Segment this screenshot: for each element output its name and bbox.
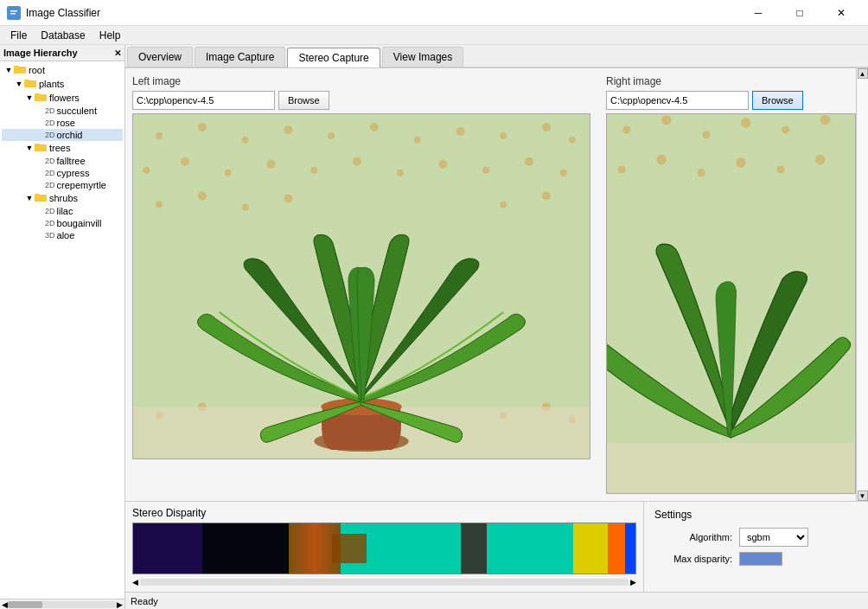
tab-image-capture[interactable]: Image Capture [195,47,285,67]
sidebar-hscroll[interactable]: ◀ ▶ [0,599,124,609]
svg-point-18 [328,132,335,139]
svg-point-31 [397,170,404,176]
hscroll-track[interactable] [8,601,117,608]
folder-icon-plants [24,78,36,90]
right-image-panel: Right image Browse [606,75,856,494]
tree-item-falltree[interactable]: ▶ 2D falltree [2,155,123,167]
label-aloe: aloe [57,230,75,240]
tab-stereo-capture[interactable]: Stereo Capture [287,48,380,67]
bottom-section: Stereo Disparity [125,501,868,592]
algorithm-select[interactable]: bm sgbm hh [739,528,808,547]
disp-scroll-left[interactable]: ◀ [132,578,138,587]
tree-item-flowers[interactable]: ▼ flowers [2,91,123,105]
right-browse-button[interactable]: Browse [752,91,803,110]
menu-help[interactable]: Help [93,28,128,43]
tree-item-orchid[interactable]: ▶ 2D orchid [2,129,123,141]
main-container: Image Hierarchy ✕ ▼ root ▼ plants [0,45,868,609]
expand-root[interactable]: ▼ [3,65,14,75]
expand-plants[interactable]: ▼ [14,79,24,89]
svg-point-55 [782,126,789,134]
badge-falltree: 2D [45,157,55,165]
scroll-down-arrow[interactable]: ▼ [858,490,868,501]
tree-item-rose[interactable]: ▶ 2D rose [2,117,123,129]
tree-item-cypress[interactable]: ▶ 2D cypress [2,167,123,179]
svg-rect-10 [35,144,40,146]
disp-seg-5 [625,523,635,574]
sidebar-header: Image Hierarchy ✕ [0,45,124,61]
tree-item-lilac[interactable]: ▶ 2D lilac [2,205,123,217]
tab-overview[interactable]: Overview [127,47,193,67]
left-path-input[interactable] [132,91,275,110]
sidebar-collapse-icon[interactable]: ✕ [114,48,121,58]
badge-bougainvill: 2D [45,219,55,228]
disp-seg-0 [133,523,202,574]
app-icon [7,6,21,20]
right-image-container [606,113,856,494]
svg-point-39 [284,195,292,203]
tree-item-plants[interactable]: ▼ plants [2,77,123,91]
svg-point-21 [456,127,464,136]
tab-view-images[interactable]: View Images [382,47,463,67]
svg-point-60 [736,157,745,167]
tree-item-aloe[interactable]: ▶ 3D aloe [2,229,123,241]
svg-rect-63 [607,443,855,493]
label-succulent: succulent [57,106,97,116]
right-image-label: Right image [606,75,856,87]
disp-seg-4 [608,523,625,574]
expand-flowers[interactable]: ▼ [24,93,35,103]
label-orchid: orchid [57,130,83,140]
label-flowers: flowers [49,93,80,103]
right-scrollbar[interactable]: ▲ ▼ [856,68,868,501]
svg-point-59 [697,169,705,176]
svg-point-26 [181,157,189,166]
right-path-input[interactable] [606,91,749,110]
menu-file[interactable]: File [3,28,34,43]
algorithm-label: Algorithm: [654,532,732,542]
expand-trees[interactable]: ▼ [24,143,35,153]
hscroll-right-arrow[interactable]: ▶ [117,600,123,609]
svg-point-17 [284,125,292,134]
maximize-button[interactable]: □ [780,0,820,26]
max-disparity-row: Max disparity: [654,552,858,566]
badge-cypress: 2D [45,169,55,177]
svg-point-25 [143,167,150,174]
svg-point-40 [500,201,507,208]
svg-point-30 [353,157,361,166]
menu-database[interactable]: Database [34,28,92,43]
svg-point-37 [198,192,207,201]
disparity-label: Stereo Disparity [132,507,636,519]
svg-point-53 [702,131,710,138]
svg-point-23 [542,123,551,131]
tree-item-succulent[interactable]: ▶ 2D succulent [2,105,123,117]
max-disparity-value[interactable] [739,552,782,566]
tree-item-trees[interactable]: ▼ trees [2,141,123,155]
disparity-hscroll[interactable]: ◀ ▶ [132,576,636,588]
disparity-panel: Stereo Disparity [125,502,643,592]
tree-item-root[interactable]: ▼ root [2,63,123,77]
tree-item-crepemyrtle[interactable]: ▶ 2D crepemyrtle [2,179,123,191]
tree-item-shrubs[interactable]: ▼ shrubs [2,191,123,205]
tab-bar: Overview Image Capture Stereo Capture Vi… [125,45,868,68]
tree-item-bougainvill[interactable]: ▶ 2D bougainvill [2,217,123,229]
folder-icon-root [14,64,26,76]
expand-shrubs[interactable]: ▼ [24,193,35,203]
svg-point-16 [242,137,249,144]
menu-bar: File Database Help [0,26,868,45]
left-image-panel: Left image Browse [132,75,599,494]
svg-point-62 [815,155,825,164]
hscroll-thumb[interactable] [8,601,42,608]
svg-point-56 [820,115,830,125]
label-falltree: falltree [57,156,86,166]
badge-rose: 2D [45,119,55,127]
hscroll-left-arrow[interactable]: ◀ [2,600,8,609]
svg-point-34 [525,157,533,166]
left-browse-button[interactable]: Browse [278,91,329,110]
disp-scroll-track[interactable] [140,579,629,586]
scroll-track-vertical[interactable] [858,79,868,490]
right-panel: Overview Image Capture Stereo Capture Vi… [125,45,868,609]
svg-point-54 [741,118,750,127]
minimize-button[interactable]: ─ [738,0,778,26]
scroll-up-arrow[interactable]: ▲ [858,68,868,79]
close-button[interactable]: ✕ [821,0,861,26]
disp-scroll-right[interactable]: ▶ [630,578,636,587]
